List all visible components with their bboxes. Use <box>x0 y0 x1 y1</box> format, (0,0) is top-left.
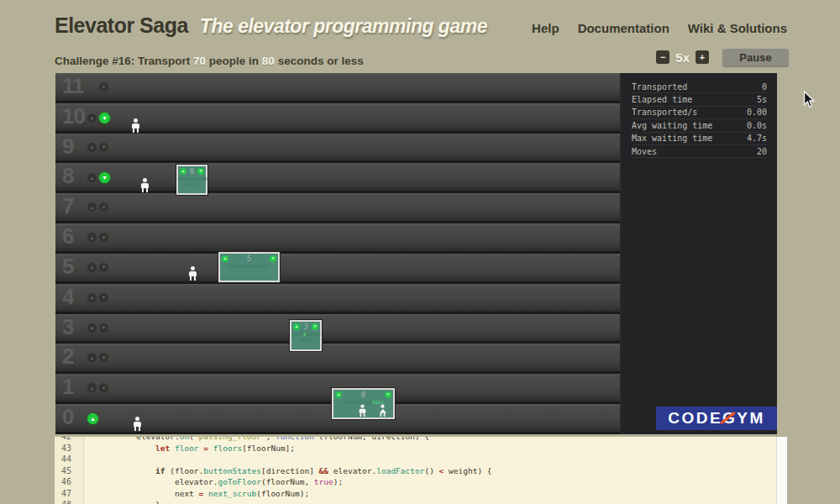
line-number: 44 <box>55 454 83 464</box>
line-code[interactable]: elevator.goToFloor(floorNum, true); <box>83 477 343 486</box>
elevator-top-bar: 5 <box>220 254 278 263</box>
app-title: Elevator Saga <box>55 13 188 38</box>
line-number: 46 <box>55 477 83 486</box>
floor-down-button[interactable] <box>99 323 108 333</box>
stat-row: Max waiting time 4.7s <box>632 133 767 145</box>
floor-down-button[interactable] <box>99 233 108 242</box>
line-code[interactable]: if (floor.buttonStates[direction] && ele… <box>83 466 492 475</box>
floor-number: 8 <box>62 163 73 189</box>
elevator[interactable]: 3 01234567891011 <box>290 320 322 351</box>
person-legs <box>190 276 196 281</box>
elevator-top-bar: 3 <box>291 322 320 331</box>
editor-scrollbar[interactable] <box>776 437 787 504</box>
floor-row: 9 <box>55 134 620 164</box>
mouse-cursor <box>803 91 816 108</box>
floor-call-buttons <box>87 172 110 183</box>
floor-down-button[interactable] <box>99 353 108 362</box>
floor-call-buttons <box>87 233 108 242</box>
person-legs <box>142 188 148 192</box>
floor-up-button[interactable] <box>87 202 97 212</box>
floor-up-button[interactable] <box>87 353 97 362</box>
floor-row: 5 <box>55 254 620 284</box>
speed-indicator: 5x <box>675 50 690 65</box>
challenge-bar: Challenge #16: Transport 70 people in 80… <box>55 46 789 68</box>
nav-link[interactable]: Documentation <box>578 21 669 35</box>
floor-call-buttons <box>87 113 110 123</box>
line-number: 47 <box>55 489 83 498</box>
elevator-top-bar: 8 <box>178 166 206 176</box>
challenge-text: Challenge #16: Transport 70 people in 80… <box>55 55 364 67</box>
floor-up-button[interactable] <box>87 143 97 152</box>
line-number: 43 <box>55 444 83 453</box>
time-controls: − 5x + Pause <box>656 49 789 66</box>
code-line: 45 if (floor.buttonStates[direction] && … <box>55 465 787 477</box>
floor-number: 5 <box>62 254 73 280</box>
person <box>131 118 140 133</box>
elevator[interactable]: 5 01234567891011 <box>218 252 280 282</box>
line-code[interactable]: let floor = floors[floorNum]; <box>83 444 295 453</box>
floor-call-buttons <box>87 353 108 362</box>
pause-button[interactable]: Pause <box>722 49 789 66</box>
line-code[interactable]: elevator.on("passing_floor", function (f… <box>83 437 429 441</box>
floor-up-button[interactable] <box>87 233 97 242</box>
stats-panel: Transported 0 Elapsed time 5s Transporte… <box>622 73 777 434</box>
person <box>140 178 150 192</box>
floor-number: 0 <box>62 404 73 430</box>
floor-down-button[interactable] <box>99 202 108 212</box>
floor-up-button[interactable] <box>87 263 97 272</box>
floor-down-button[interactable] <box>99 263 108 272</box>
floor-down-button[interactable] <box>99 143 108 152</box>
person-head <box>191 266 195 270</box>
elevator-floor-indicator: 8 <box>190 168 194 176</box>
floor-number: 2 <box>62 344 73 370</box>
floor-number: 4 <box>62 284 73 310</box>
floor-up-button[interactable] <box>87 323 97 333</box>
floor-call-buttons <box>87 143 108 152</box>
stat-value: 5s <box>757 95 767 104</box>
floor-number: 3 <box>62 314 73 340</box>
elevator-down-arrow-icon <box>270 255 276 262</box>
person <box>188 266 197 281</box>
person <box>133 417 142 431</box>
time-limit: 80 <box>262 55 275 67</box>
person-legs <box>360 413 365 417</box>
code-line: 46 elevator.goToFloor(floorNum, true); <box>55 476 787 488</box>
speed-decrease-button[interactable]: − <box>656 50 669 64</box>
floor-number: 9 <box>62 134 73 160</box>
nav-link[interactable]: Wiki & Solutions <box>688 21 787 35</box>
elevator-down-arrow-icon <box>312 323 318 330</box>
floor-call-buttons <box>87 413 110 424</box>
floor-up-button[interactable] <box>87 383 97 392</box>
floor-down-button[interactable] <box>99 82 108 92</box>
stat-row: Transported/s 0.00 <box>632 107 767 119</box>
floor-up-button[interactable] <box>87 293 97 302</box>
elevator-button-panel: 01234567891011 <box>291 332 320 342</box>
floor-up-button[interactable] <box>87 173 97 182</box>
stat-value: 0.00 <box>747 108 767 117</box>
floor-up-button[interactable] <box>87 113 97 123</box>
stat-label: Transported/s <box>632 108 697 117</box>
line-code[interactable]: } <box>83 500 160 504</box>
floor-down-button[interactable] <box>99 383 108 392</box>
nav-link[interactable]: Help <box>532 21 559 35</box>
codegym-logo: CODEGYM <box>656 407 777 430</box>
stat-label: Transported <box>632 82 687 92</box>
floor-row: 6 <box>55 223 620 254</box>
floor-down-button[interactable] <box>99 172 110 183</box>
floor-up-button[interactable] <box>87 413 98 424</box>
speed-increase-button[interactable]: + <box>696 50 709 64</box>
person <box>379 405 386 417</box>
challenge-mid: people in <box>206 55 262 67</box>
stat-row: Elapsed time 5s <box>632 93 767 106</box>
floor-number: 6 <box>62 223 73 249</box>
floor-down-button[interactable] <box>99 293 108 302</box>
floor-row: 2 <box>55 344 620 374</box>
challenge-suffix: seconds or less <box>275 55 364 67</box>
elevator[interactable]: 8 01234567891011 <box>176 165 207 195</box>
line-code[interactable]: next = next_scrub(floorNum); <box>83 489 309 498</box>
elevator[interactable]: 0 01234567891011 <box>332 388 395 419</box>
floor-down-button[interactable] <box>99 113 110 123</box>
code-editor[interactable]: 42 elevator.on("passing_floor", function… <box>55 437 787 504</box>
floor-number: 11 <box>62 73 84 99</box>
elevator-floor-indicator: 5 <box>247 255 251 263</box>
